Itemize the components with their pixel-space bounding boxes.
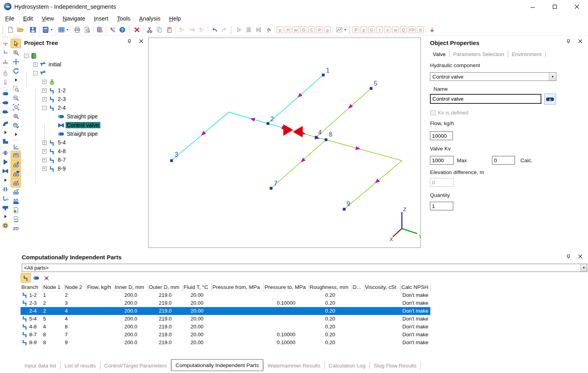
cell[interactable]: 200.0 (114, 291, 148, 299)
menu-navigate[interactable]: Navigate (58, 13, 90, 24)
zoom-query-tool-button[interactable]: ? (11, 112, 21, 120)
cell[interactable] (86, 331, 114, 339)
add-element-button[interactable] (177, 25, 187, 34)
tree-item-1-2[interactable]: +1-2 (21, 86, 148, 95)
find-pipe-tool-button[interactable] (11, 169, 21, 178)
pipe-tool-button[interactable] (0, 89, 10, 98)
cell[interactable] (86, 339, 114, 347)
table-row-1-2[interactable]: 1-212200.0219.020.000.20Don't make (21, 291, 430, 299)
cell[interactable]: 0.20 (309, 323, 352, 331)
help-button[interactable]: ? (118, 25, 127, 34)
table-row-8-9[interactable]: 8-989200.0219.020.000.100000.20Don't mak… (21, 339, 430, 347)
parts-filter-select[interactable]: <All parts> ▼ (22, 264, 587, 272)
menu-edit[interactable]: Edit (19, 13, 37, 24)
table-row-4-8[interactable]: 4-848200.0219.020.000.20Don't make (21, 323, 430, 331)
pump-tool-button[interactable]: H (0, 194, 10, 202)
doc-gear-tool-button[interactable] (11, 206, 21, 214)
btn-w-button[interactable]: w (292, 26, 299, 33)
cell[interactable] (364, 331, 400, 339)
table-row-2-4[interactable]: 2-424200.0219.020.000.20Don't make (21, 307, 430, 315)
collapse-icon[interactable]: - (42, 106, 47, 110)
add-element-2-button[interactable] (197, 25, 206, 34)
cell[interactable]: 8 (42, 331, 64, 339)
column-header[interactable]: Branch (21, 283, 42, 291)
cell[interactable] (352, 307, 364, 315)
chevron-down-icon[interactable]: ▼ (549, 73, 556, 81)
column-header[interactable]: Calc NPSH (400, 283, 430, 291)
menu-file[interactable]: File (1, 13, 19, 24)
tab-environment[interactable]: Environment (508, 51, 545, 57)
expand-icon[interactable]: + (42, 167, 47, 171)
table-dropdown-arrow[interactable]: ▼ (66, 28, 69, 31)
zoom-region-tool-button[interactable] (11, 103, 21, 111)
menu-analysis[interactable]: Analysis (135, 13, 165, 24)
collapse-icon[interactable]: - (33, 71, 38, 75)
cell[interactable]: 4-8 (21, 323, 42, 331)
name-input[interactable] (430, 94, 541, 104)
cell[interactable] (364, 323, 400, 331)
cell[interactable] (211, 315, 264, 323)
cell[interactable]: 0.10000 (264, 299, 309, 307)
find-gear-tool-button[interactable] (11, 160, 21, 169)
menu-help[interactable]: Help (165, 13, 185, 24)
menu-tools[interactable]: Tools (113, 13, 135, 24)
cell[interactable]: 5 (42, 315, 64, 323)
column-header[interactable]: Fluid T, °C (183, 283, 211, 291)
cell[interactable]: 0.10000 (264, 331, 309, 339)
cell[interactable]: 20.00 (183, 339, 211, 347)
cell[interactable] (86, 299, 114, 307)
expand-icon[interactable]: + (42, 149, 47, 154)
undo-button[interactable] (210, 25, 219, 34)
calculator-button[interactable] (41, 25, 50, 34)
gate-valve-tool-button[interactable] (0, 185, 10, 193)
zoom-in-tool-button[interactable] (11, 48, 21, 57)
tab-list-of-results[interactable]: List of results (60, 361, 100, 371)
elbow-tool-button[interactable] (0, 48, 10, 57)
cell[interactable]: 1 (42, 291, 64, 299)
btn-p3-button[interactable]: p (324, 26, 331, 33)
cell[interactable]: 0.20 (309, 291, 352, 299)
cell[interactable]: 7 (64, 331, 86, 339)
column-header[interactable]: Pressure from, MPa (211, 283, 264, 291)
tree-item-4-8[interactable]: +4-8 (21, 147, 148, 156)
node-filter-button[interactable] (41, 274, 51, 282)
cell[interactable]: 20.00 (183, 307, 211, 315)
btn-g-button[interactable]: G (300, 26, 307, 33)
pin-icon[interactable] (565, 253, 571, 259)
flyout-arrow-button[interactable] (11, 75, 21, 84)
cell[interactable]: 200.0 (114, 339, 148, 347)
cell[interactable] (364, 299, 400, 307)
hand-pick-button[interactable] (264, 25, 273, 34)
btn-p2-button[interactable]: P (316, 26, 323, 33)
cell[interactable]: 219.0 (148, 315, 183, 323)
corner-tool-button[interactable] (0, 137, 10, 146)
kv-defined-checkbox[interactable] (430, 110, 435, 115)
flyout-arrow-button[interactable] (0, 176, 10, 184)
btn-rw-button[interactable]: w (392, 26, 399, 33)
chart-dropdown-arrow[interactable]: ▼ (344, 28, 347, 31)
pin-icon[interactable] (565, 38, 571, 44)
cell[interactable] (211, 323, 264, 331)
tree-item-label[interactable]: 5-4 (57, 139, 67, 146)
tab-waterhammer-results[interactable]: Waterhammer Results (264, 361, 324, 371)
tree-item-label[interactable]: 8-9 (57, 165, 67, 172)
cell[interactable] (211, 299, 264, 307)
cell[interactable]: 1-2 (21, 291, 42, 299)
column-header[interactable]: Flow, kg/h (86, 283, 114, 291)
cell[interactable]: 8-7 (21, 331, 42, 339)
cell[interactable]: 219.0 (148, 339, 183, 347)
tree-item-8-7[interactable]: +8-7 (21, 156, 148, 164)
flyout-arrow-button[interactable] (0, 128, 10, 137)
cell[interactable]: Don't make (400, 299, 430, 307)
btn-c-button[interactable]: C (308, 26, 315, 33)
cell[interactable]: 0.20 (309, 315, 352, 323)
close-icon[interactable] (577, 253, 583, 259)
tree-item-label[interactable]: 8-7 (57, 157, 67, 163)
cell[interactable] (211, 331, 264, 339)
ring-tool-button[interactable] (0, 221, 10, 230)
print-button[interactable] (73, 25, 82, 34)
expand-icon[interactable]: + (42, 97, 47, 101)
delete-button[interactable] (132, 25, 141, 34)
doc-refresh-tool-button[interactable] (11, 215, 21, 223)
tree-item-label[interactable]: 4-8 (57, 148, 67, 154)
